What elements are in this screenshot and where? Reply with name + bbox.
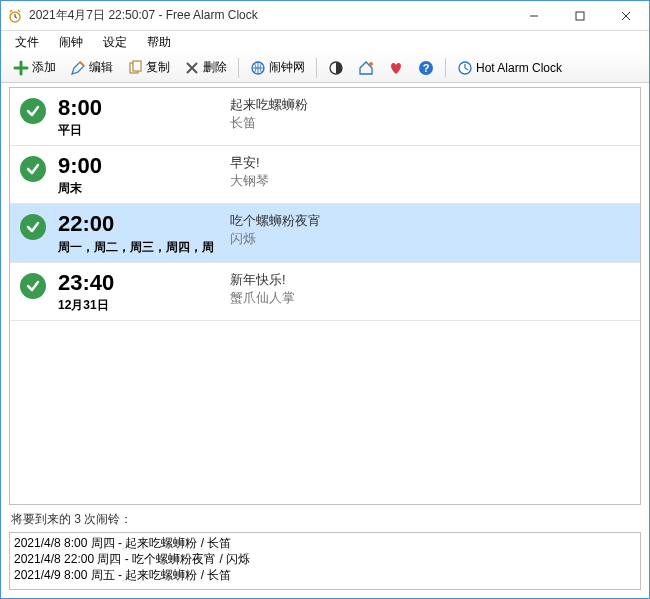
delete-button[interactable]: 删除	[178, 55, 233, 80]
window-title: 2021年4月7日 22:50:07 - Free Alarm Clock	[29, 7, 258, 24]
toolbar-separator	[316, 58, 317, 78]
heart-icon	[388, 60, 404, 76]
menu-help[interactable]: 帮助	[139, 32, 179, 53]
favorite-button[interactable]	[382, 56, 410, 80]
alarm-row[interactable]: 9:00周末早安!大钢琴	[10, 146, 640, 204]
toolbar-separator	[238, 58, 239, 78]
help-icon: ?	[418, 60, 434, 76]
app-icon	[7, 8, 23, 24]
svg-text:?: ?	[423, 62, 430, 74]
alarm-time: 22:00	[58, 212, 218, 236]
menu-alarm[interactable]: 闹钟	[51, 32, 91, 53]
alarm-schedule: 周末	[58, 180, 218, 197]
hot-alarm-clock-button[interactable]: Hot Alarm Clock	[451, 56, 568, 80]
enabled-check-icon[interactable]	[20, 273, 46, 299]
add-label: 添加	[32, 59, 56, 76]
web-button[interactable]: 闹钟网	[244, 55, 311, 80]
theme-button[interactable]	[322, 56, 350, 80]
enabled-check-icon[interactable]	[20, 98, 46, 124]
upcoming-item[interactable]: 2021/4/9 8:00 周五 - 起来吃螺蛳粉 / 长笛	[14, 567, 636, 583]
close-button[interactable]	[603, 1, 649, 31]
alarm-row[interactable]: 23:4012月31日新年快乐!蟹爪仙人掌	[10, 263, 640, 321]
contrast-icon	[328, 60, 344, 76]
toolbar: 添加 编辑 复制 删除 闹钟网	[1, 53, 649, 83]
alarm-sound: 闪烁	[230, 230, 630, 248]
clock-icon	[457, 60, 473, 76]
alarm-time: 8:00	[58, 96, 218, 120]
add-button[interactable]: 添加	[7, 55, 62, 80]
home-button[interactable]	[352, 56, 380, 80]
delete-icon	[184, 60, 200, 76]
help-button[interactable]: ?	[412, 56, 440, 80]
plus-icon	[13, 60, 29, 76]
toolbar-separator	[445, 58, 446, 78]
hot-label: Hot Alarm Clock	[476, 61, 562, 75]
alarm-sound: 长笛	[230, 114, 630, 132]
globe-icon	[250, 60, 266, 76]
alarm-message: 新年快乐!	[230, 271, 630, 289]
menu-bar: 文件 闹钟 设定 帮助	[1, 31, 649, 53]
edit-button[interactable]: 编辑	[64, 55, 119, 80]
alarm-message: 吃个螺蛳粉夜宵	[230, 212, 630, 230]
svg-rect-3	[133, 61, 141, 71]
upcoming-item[interactable]: 2021/4/8 8:00 周四 - 起来吃螺蛳粉 / 长笛	[14, 535, 636, 551]
svg-rect-1	[576, 12, 584, 20]
upcoming-label: 将要到来的 3 次闹铃：	[1, 509, 649, 530]
alarm-time: 9:00	[58, 154, 218, 178]
delete-label: 删除	[203, 59, 227, 76]
alarm-sound: 蟹爪仙人掌	[230, 289, 630, 307]
alarm-schedule: 周一，周二，周三，周四，周	[58, 239, 218, 256]
upcoming-item[interactable]: 2021/4/8 22:00 周四 - 吃个螺蛳粉夜宵 / 闪烁	[14, 551, 636, 567]
menu-file[interactable]: 文件	[7, 32, 47, 53]
alarm-row[interactable]: 8:00平日起来吃螺蛳粉长笛	[10, 88, 640, 146]
title-bar: 2021年4月7日 22:50:07 - Free Alarm Clock	[1, 1, 649, 31]
alarm-schedule: 12月31日	[58, 297, 218, 314]
alarm-schedule: 平日	[58, 122, 218, 139]
copy-icon	[127, 60, 143, 76]
maximize-button[interactable]	[557, 1, 603, 31]
enabled-check-icon[interactable]	[20, 214, 46, 240]
alarm-message: 早安!	[230, 154, 630, 172]
copy-label: 复制	[146, 59, 170, 76]
edit-label: 编辑	[89, 59, 113, 76]
menu-settings[interactable]: 设定	[95, 32, 135, 53]
copy-button[interactable]: 复制	[121, 55, 176, 80]
pencil-icon	[70, 60, 86, 76]
web-label: 闹钟网	[269, 59, 305, 76]
alarm-row[interactable]: 22:00周一，周二，周三，周四，周吃个螺蛳粉夜宵闪烁	[10, 204, 640, 262]
alarm-time: 23:40	[58, 271, 218, 295]
upcoming-list[interactable]: 2021/4/8 8:00 周四 - 起来吃螺蛳粉 / 长笛2021/4/8 2…	[9, 532, 641, 590]
alarm-list[interactable]: 8:00平日起来吃螺蛳粉长笛9:00周末早安!大钢琴22:00周一，周二，周三，…	[9, 87, 641, 505]
svg-point-6	[369, 62, 373, 66]
alarm-sound: 大钢琴	[230, 172, 630, 190]
alarm-message: 起来吃螺蛳粉	[230, 96, 630, 114]
enabled-check-icon[interactable]	[20, 156, 46, 182]
home-icon	[358, 60, 374, 76]
minimize-button[interactable]	[511, 1, 557, 31]
